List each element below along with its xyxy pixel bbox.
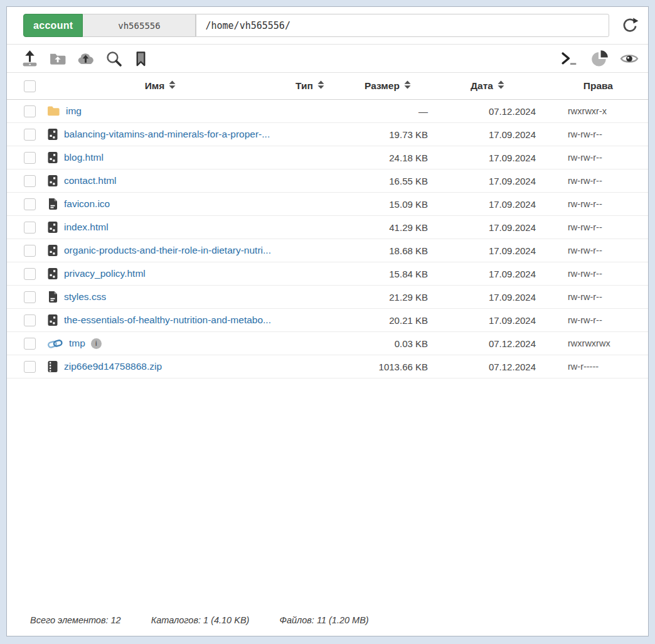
html-file-icon bbox=[47, 128, 58, 141]
file-size-cell: 20.21 KB bbox=[341, 315, 434, 326]
disk-usage-button[interactable] bbox=[590, 50, 609, 68]
table-row[interactable]: index.html 41.29 KB 17.09.2024 rw-rw-r-- bbox=[7, 216, 648, 239]
bookmark-button[interactable] bbox=[132, 50, 149, 68]
row-checkbox[interactable] bbox=[24, 268, 36, 280]
username-field[interactable]: vh565556 bbox=[83, 14, 196, 37]
file-name-link[interactable]: tmp bbox=[69, 338, 85, 349]
file-date-cell: 17.09.2024 bbox=[434, 222, 541, 233]
file-size-cell: 24.18 KB bbox=[341, 153, 434, 163]
file-name-link[interactable]: zip66e9d14758868.zip bbox=[64, 361, 162, 372]
file-size-cell: 21.29 KB bbox=[341, 292, 434, 303]
column-header-type[interactable]: Тип bbox=[279, 80, 341, 92]
status-bar: Всего элементов: 12 Каталогов: 1 (4.10 K… bbox=[7, 615, 648, 636]
column-header-size[interactable]: Размер bbox=[341, 80, 434, 92]
text-file-icon bbox=[47, 291, 58, 303]
zip-file-icon bbox=[47, 360, 58, 373]
sort-icon bbox=[317, 80, 324, 92]
refresh-button[interactable] bbox=[620, 16, 639, 35]
info-badge-icon[interactable]: i bbox=[91, 338, 102, 349]
select-all-checkbox[interactable] bbox=[24, 80, 36, 92]
row-checkbox[interactable] bbox=[24, 291, 36, 303]
row-checkbox[interactable] bbox=[24, 105, 36, 117]
file-size-cell: 1013.66 KB bbox=[341, 362, 434, 372]
cloud-upload-button[interactable] bbox=[76, 50, 95, 68]
folder-icon bbox=[47, 105, 60, 117]
row-checkbox[interactable] bbox=[24, 152, 36, 164]
file-date-cell: 07.12.2024 bbox=[434, 362, 541, 372]
table-row[interactable]: img — 07.12.2024 rwxrwxr-x bbox=[7, 100, 648, 123]
html-file-icon bbox=[47, 151, 58, 164]
column-header-name[interactable]: Имя bbox=[42, 80, 279, 92]
file-name-link[interactable]: privacy_policy.html bbox=[64, 268, 146, 279]
html-file-icon bbox=[47, 244, 58, 257]
upload-button[interactable] bbox=[21, 50, 39, 68]
file-date-cell: 17.09.2024 bbox=[434, 245, 541, 256]
table-header: Имя Тип Размер Дата Права bbox=[7, 73, 648, 100]
pie-chart-icon bbox=[590, 60, 609, 70]
directories-label: Каталогов: 1 (4.10 KB) bbox=[151, 615, 250, 625]
link-icon bbox=[47, 337, 63, 350]
file-name-link[interactable]: index.html bbox=[64, 222, 109, 233]
row-checkbox[interactable] bbox=[24, 198, 36, 210]
row-checkbox[interactable] bbox=[24, 222, 36, 233]
file-size-cell: 19.73 KB bbox=[341, 129, 434, 140]
file-size-cell: 0.03 KB bbox=[341, 338, 434, 349]
file-name-link[interactable]: blog.html bbox=[64, 152, 104, 163]
file-perms-cell: rw-rw-r-- bbox=[541, 199, 648, 209]
sort-icon bbox=[404, 80, 411, 92]
file-perms-cell: rwxrwxrwx bbox=[541, 338, 648, 348]
file-date-cell: 17.09.2024 bbox=[434, 153, 541, 163]
file-name-link[interactable]: favicon.ico bbox=[64, 198, 110, 210]
search-button[interactable] bbox=[105, 50, 123, 68]
terminal-icon bbox=[560, 60, 580, 69]
row-checkbox[interactable] bbox=[24, 314, 36, 326]
table-row[interactable]: the-essentials-of-healthy-nutrition-and-… bbox=[7, 309, 648, 332]
row-checkbox[interactable] bbox=[24, 361, 36, 373]
table-row[interactable]: favicon.ico 15.09 KB 17.09.2024 rw-rw-r-… bbox=[7, 193, 648, 216]
table-row[interactable]: contact.html 16.55 KB 17.09.2024 rw-rw-r… bbox=[7, 169, 648, 193]
table-row[interactable]: privacy_policy.html 15.84 KB 17.09.2024 … bbox=[7, 262, 648, 286]
file-name-link[interactable]: contact.html bbox=[64, 175, 117, 186]
file-perms-cell: rw-rw-r-- bbox=[541, 176, 648, 186]
row-checkbox[interactable] bbox=[24, 338, 36, 350]
table-row[interactable]: blog.html 24.18 KB 17.09.2024 rw-rw-r-- bbox=[7, 146, 648, 169]
view-hidden-button[interactable] bbox=[619, 50, 639, 68]
file-perms-cell: rw-r----- bbox=[541, 362, 648, 372]
file-date-cell: 17.09.2024 bbox=[434, 199, 541, 210]
row-checkbox[interactable] bbox=[24, 175, 36, 187]
eye-icon bbox=[619, 60, 639, 70]
file-manager-panel: account vh565556 /home/vh565556/ bbox=[6, 6, 649, 636]
terminal-button[interactable] bbox=[560, 50, 580, 67]
file-perms-cell: rw-rw-r-- bbox=[541, 129, 648, 139]
location-input-group: account vh565556 /home/vh565556/ bbox=[23, 14, 609, 37]
file-name-link[interactable]: styles.css bbox=[64, 291, 106, 303]
table-row[interactable]: tmp i 0.03 KB 07.12.2024 rwxrwxrwx bbox=[7, 332, 648, 355]
file-date-cell: 07.12.2024 bbox=[434, 338, 541, 349]
html-file-icon bbox=[47, 221, 58, 233]
refresh-icon bbox=[620, 28, 639, 37]
file-name-link[interactable]: the-essentials-of-healthy-nutrition-and-… bbox=[64, 314, 271, 326]
file-date-cell: 17.09.2024 bbox=[434, 269, 541, 279]
file-name-link[interactable]: img bbox=[66, 105, 82, 117]
text-file-icon bbox=[47, 198, 58, 210]
table-row[interactable]: organic-products-and-their-role-in-dieta… bbox=[7, 239, 648, 262]
file-perms-cell: rw-rw-r-- bbox=[541, 315, 648, 325]
table-row[interactable]: zip66e9d14758868.zip 1013.66 KB 07.12.20… bbox=[7, 355, 648, 378]
column-header-date[interactable]: Дата bbox=[434, 80, 541, 92]
column-header-perms: Права bbox=[541, 80, 648, 92]
table-row[interactable]: balancing-vitamins-and-minerals-for-a-pr… bbox=[7, 123, 648, 146]
file-date-cell: 17.09.2024 bbox=[434, 129, 541, 140]
file-perms-cell: rwxrwxr-x bbox=[541, 106, 648, 116]
folder-upload-button[interactable] bbox=[48, 50, 67, 68]
file-name-link[interactable]: balancing-vitamins-and-minerals-for-a-pr… bbox=[64, 129, 270, 140]
html-file-icon bbox=[47, 174, 58, 187]
html-file-icon bbox=[47, 314, 58, 326]
table-row[interactable]: styles.css 21.29 KB 17.09.2024 rw-rw-r-- bbox=[7, 286, 648, 309]
path-input[interactable]: /home/vh565556/ bbox=[196, 14, 609, 37]
row-checkbox[interactable] bbox=[24, 129, 36, 141]
row-checkbox[interactable] bbox=[24, 245, 36, 257]
file-perms-cell: rw-rw-r-- bbox=[541, 153, 648, 163]
account-button[interactable]: account bbox=[23, 14, 83, 37]
file-name-link[interactable]: organic-products-and-their-role-in-dieta… bbox=[64, 245, 271, 256]
file-perms-cell: rw-rw-r-- bbox=[541, 222, 648, 232]
